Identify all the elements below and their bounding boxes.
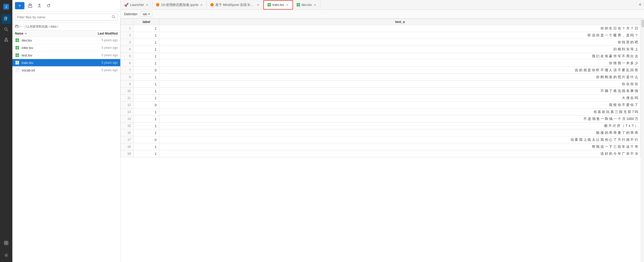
file-modified: 5 years ago — [87, 61, 118, 64]
delimiter-select[interactable]: tab ▾ — [140, 11, 152, 17]
row-text: 帮 我 说 一 下 三 轮 车 这 个 哥 — [159, 143, 641, 150]
column-modified[interactable]: Last Modified — [87, 32, 118, 35]
row-index: 18 — [121, 143, 134, 150]
tab-bar: 🚀Launcher×10-使用静态图加速.ipynb×基于 MindSpore … — [121, 0, 644, 10]
table-row: 161能 接 的 乖 乖 妻 了 的 乖 乖 — [121, 129, 641, 136]
files-icon[interactable] — [2, 14, 11, 24]
row-index: 6 — [121, 60, 134, 67]
extensions-icon[interactable] — [2, 238, 11, 248]
upload-folder-button[interactable] — [27, 2, 34, 9]
row-text: 我 们 在 有 豪 华 车 不 用 出 去 — [159, 53, 641, 60]
breadcrumb-folder-icon — [15, 24, 19, 29]
git-icon[interactable] — [2, 35, 11, 44]
row-index: 14 — [121, 116, 134, 122]
file-list: dev.tsv5 years agoinfer.tsv5 years agote… — [12, 37, 120, 262]
settings-icon[interactable] — [2, 251, 11, 260]
tab-label: Launcher — [130, 3, 144, 7]
breadcrumb-text[interactable]: / ··· / LLM原理和实践 / data / — [20, 24, 58, 29]
search-wrapper — [15, 14, 118, 21]
row-text: 不 聊 了 再 见 我 有 事 情 — [159, 88, 641, 95]
delimiter-value: tab — [143, 12, 147, 16]
tab-dev.tsv[interactable]: dev.tsv× — [293, 1, 320, 9]
plus-icon: + — [19, 3, 21, 8]
tab-close-button[interactable]: × — [286, 3, 289, 7]
table-row: 31你 找 茬 的 吧 — [121, 39, 641, 46]
row-label: 1 — [134, 46, 159, 53]
txt-file-icon: 📄 — [15, 68, 20, 72]
tab-10-使用静态图加速.i[interactable]: 10-使用静态图加速.ipynb× — [152, 1, 207, 9]
delimiter-bar: Delimiter: tab ▾ — [121, 10, 644, 19]
new-button[interactable]: + + — [15, 2, 24, 9]
file-item[interactable]: 📄vocab.txt5 years ago — [12, 67, 120, 74]
search-icon — [112, 15, 115, 19]
search-sidebar-icon[interactable] — [2, 25, 11, 34]
search-input[interactable] — [17, 15, 110, 19]
upload-button[interactable] — [36, 2, 43, 9]
row-index: 3 — [121, 39, 134, 46]
svg-rect-17 — [4, 243, 6, 245]
column-header-label: label — [134, 19, 159, 25]
table-row: 170你 看 我 上 线 太 让 我 伤 心 了 不 行 就 不 行 — [121, 136, 641, 143]
row-label: 1 — [134, 88, 159, 95]
refresh-button[interactable] — [45, 2, 52, 9]
scrollbar-thumb[interactable] — [642, 20, 644, 27]
row-index: 7 — [121, 67, 134, 74]
file-item[interactable]: dev.tsv5 years ago — [12, 37, 120, 44]
modified-column-label: Last Modified — [98, 32, 118, 35]
table-row: 61你 猜 我 一 米 多 少 — [121, 60, 641, 67]
tab-基于MindSpore实[interactable]: 基于 MindSpore 实现 BER…× — [207, 1, 263, 9]
tab-close-button[interactable]: × — [256, 3, 260, 7]
tab-train.tsv[interactable]: train.tsv× — [263, 0, 293, 10]
table-row: 111大 便 在 吗 — [121, 95, 641, 102]
table-row: 41归 根 到 东 等 上 — [121, 46, 641, 53]
row-label: 0 — [134, 102, 159, 109]
svg-point-8 — [5, 40, 6, 42]
row-text: 说 好 的 今 年 广 东 不 冷 — [159, 150, 641, 157]
svg-line-7 — [7, 30, 8, 31]
row-text: 我 恨 你 不 爱 你 了 — [159, 102, 641, 109]
row-text: 归 根 到 东 等 上 — [159, 46, 641, 53]
row-label: 1 — [134, 32, 159, 39]
row-text: 大 便 在 吗 — [159, 95, 641, 102]
row-index: 19 — [121, 150, 134, 157]
tab-label: dev.tsv — [302, 3, 312, 7]
table-row: 181帮 我 说 一 下 三 轮 车 这 个 哥 — [121, 143, 641, 150]
row-index: 8 — [121, 74, 134, 81]
row-text: 你 看 我 上 线 太 让 我 伤 心 了 不 行 就 不 行 — [159, 136, 641, 143]
tsv-file-icon — [15, 60, 20, 65]
tab-close-button[interactable]: × — [313, 3, 316, 7]
table-row: 11你 的 生 日 在 ？ 月 ？ 日 — [121, 25, 641, 32]
search-container — [12, 12, 120, 23]
row-text: 你 的 生 日 在 ？ 月 ？ 日 — [159, 25, 641, 32]
table-row: 141不 是 我 爸 一 阵 钱 一 个 月 1000 万 — [121, 116, 641, 122]
row-index: 4 — [121, 46, 134, 53]
row-index: 17 — [121, 136, 134, 143]
svg-point-19 — [6, 255, 7, 256]
file-modified: 5 years ago — [87, 38, 118, 42]
scrollbar-track[interactable] — [641, 19, 644, 262]
data-table-container[interactable]: labeltext_a11你 的 生 日 在 ？ 月 ？ 日21听 说 你 是 … — [121, 19, 641, 262]
tab-close-button[interactable]: × — [145, 3, 149, 7]
svg-rect-23 — [15, 26, 18, 28]
row-label: 1 — [134, 109, 159, 116]
file-item[interactable]: train.tsv5 years ago — [12, 59, 120, 67]
column-header-text_a: text_a — [159, 19, 641, 25]
tab-label: 10-使用静态图加速.ipynb — [161, 3, 198, 7]
main-content-wrapper: labeltext_a11你 的 生 日 在 ？ 月 ？ 日21听 说 你 是 … — [121, 19, 644, 262]
tab-label: 基于 MindSpore 实现 BER… — [215, 3, 255, 7]
tab-Launcher[interactable]: 🚀Launcher× — [121, 1, 152, 9]
row-label: 1 — [134, 81, 159, 88]
file-item[interactable]: test.tsv5 years ago — [12, 52, 120, 59]
logo-icon: J — [2, 2, 11, 11]
column-header-index — [121, 19, 134, 25]
row-text: 你 在 你 住 — [159, 81, 641, 88]
row-label: 1 — [134, 60, 159, 67]
new-tab-button[interactable]: + — [636, 0, 644, 10]
row-text: 说 的 就 是 你 听 不 懂 人 话 不 要 乱 回 答 — [159, 67, 641, 74]
row-text: 都 不 讨 厌 （ T ∧ T ） — [159, 122, 641, 129]
sidebar: J — [0, 0, 12, 262]
svg-point-6 — [5, 28, 7, 30]
tab-close-button[interactable]: × — [200, 3, 203, 7]
file-item[interactable]: infer.tsv5 years ago — [12, 44, 120, 52]
column-name[interactable]: Name — [15, 32, 87, 35]
